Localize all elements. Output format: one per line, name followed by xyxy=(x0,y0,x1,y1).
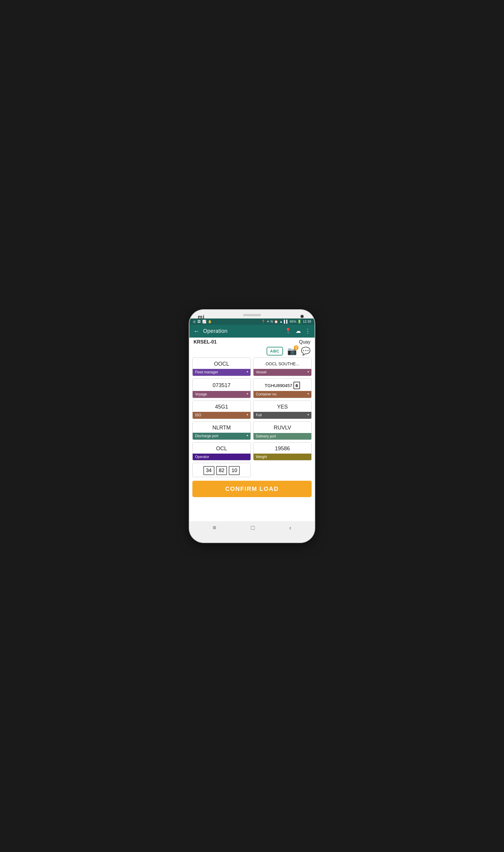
location-pin-icon[interactable]: 📍 xyxy=(285,328,291,334)
container-number-text: TGHU890457 xyxy=(265,383,292,388)
phone-screen: ◎ 🖼 📈 ✋ 📍 ✶ N ⏰ ▲ ▌▌ 65% 🔋 12:39 ← Opera… xyxy=(190,319,314,534)
required-voyage: * xyxy=(247,392,248,397)
field-full[interactable]: YES Full * xyxy=(253,400,312,419)
status-bar: ◎ 🖼 📈 ✋ 📍 ✶ N ⏰ ▲ ▌▌ 65% 🔋 12:39 xyxy=(190,319,314,325)
field-label-weight: Weight xyxy=(253,454,311,460)
required-vessel: * xyxy=(307,370,309,375)
cloud-icon[interactable]: ☁ xyxy=(295,328,301,334)
alarm-icon: ⏰ xyxy=(274,320,278,324)
operation-id: KRSEL-01 xyxy=(194,339,217,345)
app-bar-title: Operation xyxy=(203,328,283,334)
label-text-fleet-manager: Fleet manager xyxy=(195,370,218,374)
home-nav-icon[interactable]: □ xyxy=(251,524,254,531)
back-button[interactable]: ← xyxy=(194,328,199,334)
field-value-full: YES xyxy=(253,401,311,412)
nav-status-icon: ◎ xyxy=(193,320,196,324)
field-label-vessel: Vessel * xyxy=(253,369,311,376)
field-value-discharge-port: NLRTM xyxy=(193,422,251,433)
field-operator[interactable]: OCL Operator xyxy=(192,442,251,460)
field-value-vessel: OOCL SOUTHE... xyxy=(253,358,311,369)
gallery-status-icon: 🖼 xyxy=(197,320,201,323)
field-value-operator: OCL xyxy=(193,442,251,454)
phone-top-bar: mi xyxy=(190,310,314,319)
field-value-iso: 45G1 xyxy=(193,401,251,412)
nfc-icon: N xyxy=(270,320,273,323)
label-text-container: Container no. xyxy=(256,392,277,396)
label-text-weight: Weight xyxy=(256,455,267,459)
label-text-full: Full xyxy=(256,413,262,417)
battery-icon: 🔋 xyxy=(297,320,302,324)
signal-icon: ▌▌ xyxy=(284,320,289,323)
field-label-delivery-port: Delivery port xyxy=(253,433,311,439)
field-vessel[interactable]: OOCL SOUTHE... Vessel * xyxy=(253,358,312,376)
field-label-full: Full * xyxy=(253,412,311,419)
field-value-weight: 19586 xyxy=(253,442,311,454)
required-discharge-port: * xyxy=(247,434,248,438)
battery-pct: 65% xyxy=(290,320,296,323)
mi-logo: mi xyxy=(198,314,204,320)
quay-label: Quay xyxy=(299,339,310,345)
field-triple-numbers[interactable]: 34 82 10 xyxy=(192,463,251,477)
label-text-voyage: Voyage xyxy=(195,392,207,396)
app-bar: ← Operation 📍 ☁ ⋮ xyxy=(190,325,314,338)
app-bar-icons: 📍 ☁ ⋮ xyxy=(285,328,310,334)
field-label-container: Container no. * xyxy=(253,391,311,398)
label-text-iso: ISO xyxy=(195,413,201,417)
menu-nav-icon[interactable]: ≡ xyxy=(213,524,216,531)
camera-badge: 1 xyxy=(294,345,299,350)
more-options-icon[interactable]: ⋮ xyxy=(305,328,310,334)
field-label-fleet-manager: Fleet manager * xyxy=(193,369,251,376)
phone-front-camera xyxy=(300,314,304,318)
required-full: * xyxy=(307,413,309,417)
field-value-delivery-port: RUVLV xyxy=(253,422,311,433)
back-nav-icon[interactable]: ‹ xyxy=(289,524,291,531)
field-iso[interactable]: 45G1 ISO * xyxy=(192,400,251,419)
abc-label: ABC xyxy=(270,349,280,354)
gesture-status-icon: ✋ xyxy=(208,320,212,324)
label-text-delivery-port: Delivery port xyxy=(256,434,276,438)
wifi-icon: ▲ xyxy=(280,320,283,323)
required-fleet-manager: * xyxy=(247,370,248,375)
label-text-vessel: Vessel xyxy=(256,370,266,374)
fields-grid: OOCL Fleet manager * OOCL SOUTHE... Vess… xyxy=(190,358,314,479)
field-voyage[interactable]: 073517 Voyage * xyxy=(192,378,251,398)
field-container[interactable]: TGHU890457 6 Container no. * xyxy=(253,378,312,398)
field-label-voyage: Voyage * xyxy=(193,391,251,398)
field-value-container: TGHU890457 6 xyxy=(253,379,311,391)
label-text-operator: Operator xyxy=(195,455,209,459)
field-weight[interactable]: 19586 Weight xyxy=(253,442,312,460)
triple-value-2: 82 xyxy=(216,466,227,475)
triple-value-3: 10 xyxy=(229,466,240,475)
field-fleet-manager[interactable]: OOCL Fleet manager * xyxy=(192,358,251,376)
required-iso: * xyxy=(247,413,248,417)
triple-value-1: 34 xyxy=(203,466,214,475)
confirm-load-button[interactable]: CONFIRM LOAD xyxy=(192,481,312,497)
required-container: * xyxy=(307,392,309,397)
clock: 12:39 xyxy=(303,320,311,323)
bluetooth-icon: ✶ xyxy=(267,320,269,324)
action-icons-row: ABC 📷 1 💬 xyxy=(190,345,314,358)
field-delivery-port[interactable]: RUVLV Delivery port xyxy=(253,421,312,440)
phone-speaker xyxy=(243,314,261,316)
triple-values: 34 82 10 xyxy=(193,463,251,477)
location-icon: 📍 xyxy=(261,320,266,324)
content-area: KRSEL-01 Quay ABC 📷 1 💬 OOCL xyxy=(190,338,314,521)
field-discharge-port[interactable]: NLRTM Discharge port * xyxy=(192,421,251,440)
top-info-row: KRSEL-01 Quay xyxy=(190,338,314,345)
nav-bar: ≡ □ ‹ xyxy=(190,521,314,534)
chat-button[interactable]: 💬 xyxy=(301,346,310,356)
field-value-voyage: 073517 xyxy=(193,379,251,391)
phone-device: mi ◎ 🖼 📈 ✋ 📍 ✶ N ⏰ ▲ ▌▌ 65% 🔋 12:39 xyxy=(190,310,314,542)
field-value-fleet-manager: OOCL xyxy=(193,358,251,369)
camera-button[interactable]: 📷 1 xyxy=(287,346,297,356)
field-label-operator: Operator xyxy=(193,454,251,460)
label-text-discharge-port: Discharge port xyxy=(195,434,218,438)
abc-scan-button[interactable]: ABC xyxy=(267,347,283,356)
field-label-iso: ISO * xyxy=(193,412,251,419)
status-bar-right: 📍 ✶ N ⏰ ▲ ▌▌ 65% 🔋 12:39 xyxy=(261,320,311,324)
container-suffix: 6 xyxy=(293,382,300,389)
field-label-discharge-port: Discharge port * xyxy=(193,433,251,439)
